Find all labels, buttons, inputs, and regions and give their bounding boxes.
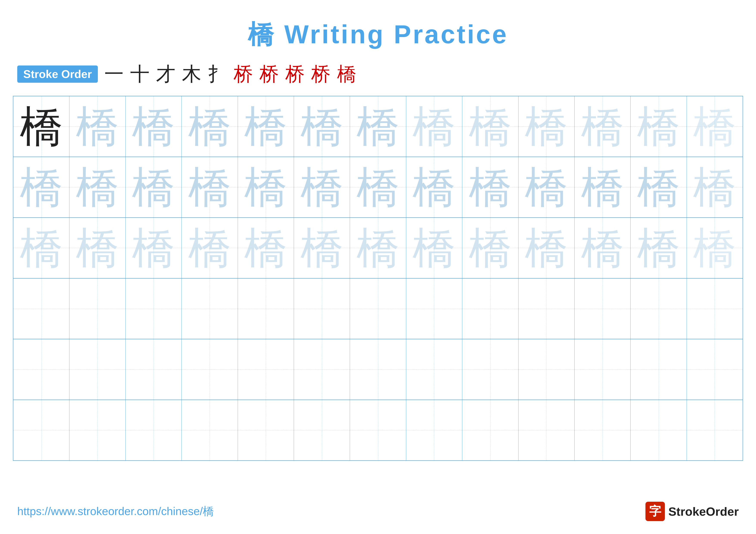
grid-cell-4-7[interactable] xyxy=(350,279,406,339)
char-light1: 橋 xyxy=(76,165,119,209)
grid-cell-1-2[interactable]: 橋 xyxy=(69,96,125,157)
grid-cell-5-12[interactable] xyxy=(631,339,687,399)
grid-cell-1-7[interactable]: 橋 xyxy=(350,96,406,157)
grid-cell-3-5[interactable]: 橋 xyxy=(238,218,294,278)
grid-cell-3-6[interactable]: 橋 xyxy=(294,218,350,278)
footer-logo: 字 StrokeOrder xyxy=(645,502,739,521)
grid-cell-5-4[interactable] xyxy=(182,339,238,399)
grid-cell-5-8[interactable] xyxy=(406,339,462,399)
grid-row-3: 橋 橋 橋 橋 橋 橋 橋 橋 橋 橋 橋 橋 xyxy=(14,218,742,279)
grid-cell-3-1[interactable]: 橋 xyxy=(14,218,69,278)
grid-cell-4-2[interactable] xyxy=(69,279,125,339)
grid-cell-1-3[interactable]: 橋 xyxy=(126,96,182,157)
grid-cell-6-4[interactable] xyxy=(182,400,238,460)
grid-cell-6-6[interactable] xyxy=(294,400,350,460)
char-light1: 橋 xyxy=(413,165,456,209)
practice-grid: 橋 橋 橋 橋 橋 橋 橋 橋 橋 橋 橋 橋 xyxy=(13,96,743,461)
char-light1: 橋 xyxy=(300,165,343,209)
grid-cell-1-11[interactable]: 橋 xyxy=(575,96,631,157)
grid-cell-4-10[interactable] xyxy=(519,279,575,339)
grid-cell-5-3[interactable] xyxy=(126,339,182,399)
char-dark: 橋 xyxy=(20,105,63,148)
grid-cell-6-1[interactable] xyxy=(14,400,69,460)
grid-cell-4-6[interactable] xyxy=(294,279,350,339)
grid-cell-4-5[interactable] xyxy=(238,279,294,339)
char-light2: 橋 xyxy=(413,105,456,148)
footer-url[interactable]: https://www.strokeorder.com/chinese/橋 xyxy=(17,504,214,519)
grid-cell-6-2[interactable] xyxy=(69,400,125,460)
stroke-9: 桥 xyxy=(311,61,331,87)
grid-cell-1-1[interactable]: 橋 xyxy=(14,96,69,157)
grid-cell-2-12[interactable]: 橋 xyxy=(631,157,687,217)
grid-cell-2-13[interactable]: 橋 xyxy=(687,157,742,217)
grid-cell-5-5[interactable] xyxy=(238,339,294,399)
grid-cell-5-6[interactable] xyxy=(294,339,350,399)
grid-row-1: 橋 橋 橋 橋 橋 橋 橋 橋 橋 橋 橋 橋 xyxy=(14,96,742,157)
grid-row-5 xyxy=(14,339,742,400)
grid-cell-5-10[interactable] xyxy=(519,339,575,399)
stroke-2: 十 xyxy=(130,61,149,87)
grid-cell-3-7[interactable]: 橋 xyxy=(350,218,406,278)
grid-cell-5-1[interactable] xyxy=(14,339,69,399)
grid-cell-1-9[interactable]: 橋 xyxy=(462,96,518,157)
grid-cell-2-11[interactable]: 橋 xyxy=(575,157,631,217)
grid-cell-3-11[interactable]: 橋 xyxy=(575,218,631,278)
logo-text: StrokeOrder xyxy=(668,504,739,519)
grid-cell-5-2[interactable] xyxy=(69,339,125,399)
grid-cell-3-8[interactable]: 橋 xyxy=(406,218,462,278)
grid-cell-4-1[interactable] xyxy=(14,279,69,339)
grid-cell-2-5[interactable]: 橋 xyxy=(238,157,294,217)
grid-cell-3-3[interactable]: 橋 xyxy=(126,218,182,278)
char-light2: 橋 xyxy=(693,165,736,209)
grid-cell-6-11[interactable] xyxy=(575,400,631,460)
grid-cell-2-10[interactable]: 橋 xyxy=(519,157,575,217)
char-light1: 橋 xyxy=(357,105,399,148)
grid-cell-2-9[interactable]: 橋 xyxy=(462,157,518,217)
grid-cell-6-8[interactable] xyxy=(406,400,462,460)
grid-cell-5-9[interactable] xyxy=(462,339,518,399)
grid-cell-2-1[interactable]: 橋 xyxy=(14,157,69,217)
grid-cell-2-4[interactable]: 橋 xyxy=(182,157,238,217)
grid-cell-6-5[interactable] xyxy=(238,400,294,460)
grid-cell-2-8[interactable]: 橋 xyxy=(406,157,462,217)
grid-cell-4-12[interactable] xyxy=(631,279,687,339)
grid-cell-6-13[interactable] xyxy=(687,400,742,460)
grid-cell-5-7[interactable] xyxy=(350,339,406,399)
grid-cell-6-9[interactable] xyxy=(462,400,518,460)
grid-cell-2-2[interactable]: 橋 xyxy=(69,157,125,217)
grid-cell-1-13[interactable]: 橋 xyxy=(687,96,742,157)
grid-cell-5-13[interactable] xyxy=(687,339,742,399)
grid-cell-4-13[interactable] xyxy=(687,279,742,339)
char-light2: 橋 xyxy=(300,226,343,269)
grid-cell-1-4[interactable]: 橋 xyxy=(182,96,238,157)
grid-cell-4-4[interactable] xyxy=(182,279,238,339)
grid-cell-1-12[interactable]: 橋 xyxy=(631,96,687,157)
grid-cell-2-6[interactable]: 橋 xyxy=(294,157,350,217)
grid-cell-4-11[interactable] xyxy=(575,279,631,339)
grid-cell-1-8[interactable]: 橋 xyxy=(406,96,462,157)
grid-cell-6-12[interactable] xyxy=(631,400,687,460)
char-light1: 橋 xyxy=(132,165,175,209)
grid-cell-4-9[interactable] xyxy=(462,279,518,339)
grid-cell-4-8[interactable] xyxy=(406,279,462,339)
grid-cell-3-10[interactable]: 橋 xyxy=(519,218,575,278)
grid-cell-6-3[interactable] xyxy=(126,400,182,460)
char-light2: 橋 xyxy=(469,226,512,269)
grid-cell-2-3[interactable]: 橋 xyxy=(126,157,182,217)
grid-cell-3-9[interactable]: 橋 xyxy=(462,218,518,278)
grid-cell-1-10[interactable]: 橋 xyxy=(519,96,575,157)
grid-cell-6-7[interactable] xyxy=(350,400,406,460)
grid-cell-3-13[interactable]: 橋 xyxy=(687,218,742,278)
grid-cell-3-4[interactable]: 橋 xyxy=(182,218,238,278)
grid-cell-2-7[interactable]: 橋 xyxy=(350,157,406,217)
grid-cell-3-12[interactable]: 橋 xyxy=(631,218,687,278)
grid-cell-6-10[interactable] xyxy=(519,400,575,460)
grid-cell-5-11[interactable] xyxy=(575,339,631,399)
grid-cell-1-5[interactable]: 橋 xyxy=(238,96,294,157)
char-light1: 橋 xyxy=(188,105,231,148)
grid-cell-4-3[interactable] xyxy=(126,279,182,339)
char-light2: 橋 xyxy=(581,226,624,269)
grid-cell-3-2[interactable]: 橋 xyxy=(69,218,125,278)
char-light2: 橋 xyxy=(76,226,119,269)
grid-cell-1-6[interactable]: 橋 xyxy=(294,96,350,157)
